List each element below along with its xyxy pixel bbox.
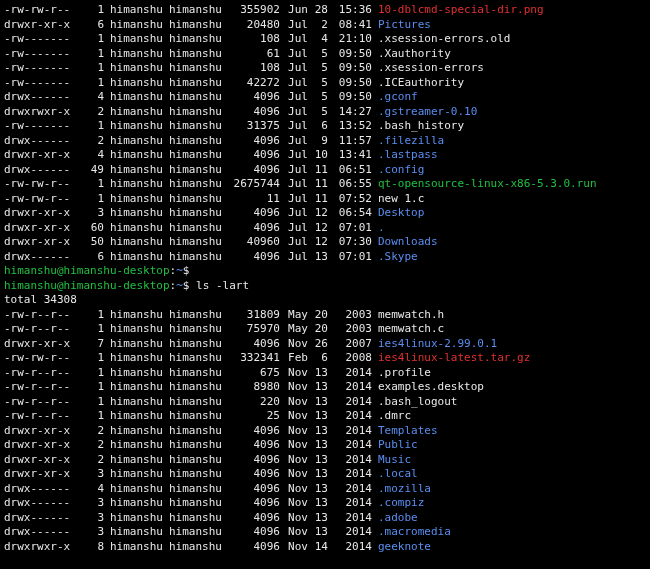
ls-row: -rw-------1 himanshu himanshu108Jul509:5… — [4, 61, 646, 76]
ls-row: drwx------4 himanshu himanshu4096Jul509:… — [4, 90, 646, 105]
file-owner: himanshu — [110, 76, 163, 91]
file-permissions: -rw-r--r-- — [4, 322, 82, 337]
file-size: 20480 — [222, 18, 280, 33]
prompt-user-host: himanshu@himanshu-desktop — [4, 264, 170, 277]
file-group: himanshu — [169, 177, 222, 192]
file-month: May — [280, 322, 308, 337]
file-day: 6 — [308, 351, 328, 366]
file-name: .macromedia — [378, 525, 451, 540]
file-permissions: drwx------ — [4, 134, 82, 149]
file-group: himanshu — [169, 105, 222, 120]
file-month: Nov — [280, 380, 308, 395]
file-day: 12 — [308, 221, 328, 236]
file-owner: himanshu — [110, 511, 163, 526]
prompt-line-cmd[interactable]: himanshu@himanshu-desktop:~$ ls -lart — [4, 279, 646, 294]
file-owner: himanshu — [110, 395, 163, 410]
file-day: 13 — [308, 467, 328, 482]
file-group: himanshu — [169, 496, 222, 511]
file-day: 6 — [308, 119, 328, 134]
file-time: 08:41 — [328, 18, 372, 33]
file-size: 332341 — [222, 351, 280, 366]
file-size: 355902 — [222, 3, 280, 18]
file-permissions: drwxrwxr-x — [4, 540, 82, 555]
file-group: himanshu — [169, 453, 222, 468]
file-name: .gconf — [378, 90, 418, 105]
total-line: total 34308 — [4, 293, 646, 308]
file-day: 13 — [308, 525, 328, 540]
file-owner: himanshu — [110, 337, 163, 352]
file-links: 3 — [82, 525, 104, 540]
file-links: 4 — [82, 90, 104, 105]
file-name: Music — [378, 453, 411, 468]
file-owner: himanshu — [110, 380, 163, 395]
file-month: Jul — [280, 134, 308, 149]
file-day: 13 — [308, 453, 328, 468]
file-month: Jul — [280, 206, 308, 221]
file-links: 2 — [82, 424, 104, 439]
file-permissions: -rw------- — [4, 47, 82, 62]
file-day: 4 — [308, 32, 328, 47]
ls-row: -rw-------1 himanshu himanshu61Jul509:50… — [4, 47, 646, 62]
file-permissions: -rw------- — [4, 32, 82, 47]
file-owner: himanshu — [110, 134, 163, 149]
file-time: 2014 — [328, 525, 372, 540]
file-month: Jul — [280, 221, 308, 236]
file-name: ies4linux-2.99.0.1 — [378, 337, 497, 352]
file-size: 4096 — [222, 134, 280, 149]
file-time: 07:01 — [328, 221, 372, 236]
file-day: 13 — [308, 482, 328, 497]
file-size: 4096 — [222, 540, 280, 555]
file-day: 5 — [308, 76, 328, 91]
file-owner: himanshu — [110, 163, 163, 178]
file-size: 4096 — [222, 438, 280, 453]
file-owner: himanshu — [110, 235, 163, 250]
file-time: 2014 — [328, 540, 372, 555]
file-name: .dmrc — [378, 409, 411, 424]
file-owner: himanshu — [110, 438, 163, 453]
file-day: 13 — [308, 424, 328, 439]
file-links: 60 — [82, 221, 104, 236]
file-owner: himanshu — [110, 366, 163, 381]
file-size: 4096 — [222, 511, 280, 526]
file-time: 2003 — [328, 322, 372, 337]
file-time: 2014 — [328, 496, 372, 511]
file-size: 42272 — [222, 76, 280, 91]
ls-row: drwx------3 himanshu himanshu4096Nov1320… — [4, 496, 646, 511]
file-group: himanshu — [169, 424, 222, 439]
file-owner: himanshu — [110, 221, 163, 236]
ls-row: -rw-rw-r--1 himanshu himanshu355902Jun28… — [4, 3, 646, 18]
file-time: 07:30 — [328, 235, 372, 250]
file-links: 2 — [82, 438, 104, 453]
file-group: himanshu — [169, 3, 222, 18]
file-time: 07:01 — [328, 250, 372, 265]
file-name: Desktop — [378, 206, 424, 221]
file-name: qt-opensource-linux-x86-5.3.0.run — [378, 177, 597, 192]
ls-row: drwxr-xr-x3 himanshu himanshu4096Jul1206… — [4, 206, 646, 221]
file-time: 2007 — [328, 337, 372, 352]
file-name: .xsession-errors.old — [378, 32, 510, 47]
file-size: 2675744 — [222, 177, 280, 192]
file-name: ies4linux-latest.tar.gz — [378, 351, 530, 366]
file-group: himanshu — [169, 322, 222, 337]
file-owner: himanshu — [110, 105, 163, 120]
file-permissions: drwx------ — [4, 511, 82, 526]
file-size: 675 — [222, 366, 280, 381]
file-links: 4 — [82, 482, 104, 497]
file-time: 06:55 — [328, 177, 372, 192]
file-size: 108 — [222, 61, 280, 76]
file-group: himanshu — [169, 32, 222, 47]
file-permissions: drwxr-xr-x — [4, 337, 82, 352]
file-day: 5 — [308, 105, 328, 120]
ls-row: drwxr-xr-x4 himanshu himanshu4096Jul1013… — [4, 148, 646, 163]
file-links: 1 — [82, 119, 104, 134]
terminal-output[interactable]: -rw-rw-r--1 himanshu himanshu355902Jun28… — [4, 3, 646, 554]
file-size: 31375 — [222, 119, 280, 134]
file-group: himanshu — [169, 76, 222, 91]
file-permissions: -rw-rw-r-- — [4, 192, 82, 207]
file-name: .local — [378, 467, 418, 482]
prompt-line-empty[interactable]: himanshu@himanshu-desktop:~$ — [4, 264, 646, 279]
file-time: 2008 — [328, 351, 372, 366]
file-links: 1 — [82, 366, 104, 381]
file-size: 75970 — [222, 322, 280, 337]
file-owner: himanshu — [110, 206, 163, 221]
